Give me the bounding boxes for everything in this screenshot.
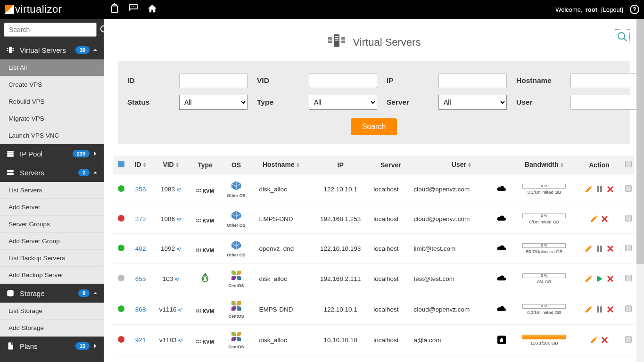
delete-icon[interactable] [606, 275, 614, 283]
sidebar-sub-list servers[interactable]: List Servers [0, 182, 104, 199]
edit-icon[interactable] [590, 336, 598, 344]
vid-value: v1116 [159, 306, 177, 313]
status-header-icon[interactable] [118, 161, 124, 169]
row-checkbox[interactable] [625, 245, 632, 251]
row-checkbox[interactable] [625, 305, 632, 312]
svg-rect-16 [335, 38, 339, 39]
row-checkbox[interactable] [625, 215, 632, 222]
sidebar-sub-list backup servers[interactable]: List Backup Servers [0, 250, 104, 267]
th-os[interactable]: OS [220, 156, 252, 174]
help-icon[interactable]: ? [630, 5, 639, 14]
play-icon[interactable] [595, 275, 603, 283]
cloud-icon [496, 185, 507, 192]
sidebar-sub-rebuild vps[interactable]: Rebuild VPS [0, 93, 104, 110]
edit-icon[interactable] [585, 245, 593, 253]
filter-input-id[interactable] [179, 73, 248, 88]
ip-cell: 122.10.10.193 [310, 234, 371, 263]
filter-select-type[interactable]: All [309, 95, 377, 110]
delete-icon[interactable] [606, 305, 614, 313]
chat-icon[interactable] [128, 3, 139, 16]
delete-icon[interactable] [606, 245, 614, 253]
magnify-icon[interactable] [615, 29, 630, 46]
id-link[interactable]: 356 [135, 186, 146, 193]
th-id[interactable]: ID [129, 156, 152, 174]
external-link-icon[interactable] [174, 277, 179, 281]
id-link[interactable]: 655 [135, 275, 146, 282]
id-link[interactable]: 372 [135, 215, 146, 222]
sidebar-sub-add server[interactable]: Add Server [0, 199, 104, 216]
edit-icon[interactable] [585, 305, 593, 313]
svg-rect-8 [7, 151, 14, 153]
th-vid[interactable]: VID [152, 156, 190, 174]
svg-rect-15 [335, 36, 339, 37]
sidebar-item-servers[interactable]: Servers 2 [0, 163, 104, 182]
search-input[interactable] [4, 23, 97, 37]
filter-input-hostname[interactable] [570, 73, 639, 88]
sidebar-item-storage[interactable]: Storage 8 [0, 284, 104, 303]
logo-icon [5, 5, 14, 14]
svg-rect-25 [600, 186, 602, 192]
pause-icon[interactable] [595, 185, 603, 193]
row-checkbox[interactable] [625, 275, 632, 281]
sidebar-sub-list all[interactable]: List All [0, 59, 104, 76]
other-os-icon [230, 239, 243, 252]
row-checkbox[interactable] [625, 185, 632, 192]
filter-label-hostname: Hostname [516, 76, 561, 85]
id-link[interactable]: 921 [135, 337, 146, 344]
delete-icon[interactable] [601, 215, 609, 223]
sidebar-item-ip pool[interactable]: IP Pool 239 [0, 144, 104, 163]
id-link[interactable]: 868 [135, 306, 146, 313]
sidebar-sub-add storage[interactable]: Add Storage [0, 320, 104, 337]
delete-icon[interactable] [606, 185, 614, 193]
username[interactable]: root [586, 6, 597, 13]
logout-link[interactable]: [Logout] [601, 6, 623, 13]
select-all-checkbox[interactable] [625, 161, 632, 167]
filter-input-user[interactable] [570, 95, 639, 110]
external-link-icon[interactable] [178, 338, 182, 343]
th-server[interactable]: Server [371, 156, 411, 174]
external-link-icon[interactable] [178, 307, 182, 312]
sidebar-sub-server groups[interactable]: Server Groups [0, 216, 104, 233]
sidebar-item-virtual servers[interactable]: Virtual Servers 38 [0, 41, 104, 59]
edit-icon[interactable] [585, 275, 593, 283]
filter-input-ip[interactable] [438, 73, 507, 88]
pause-icon[interactable] [595, 245, 603, 253]
filter-select-status[interactable]: All [179, 95, 248, 110]
pause-icon[interactable] [595, 305, 603, 313]
filter-input-vid[interactable] [309, 73, 377, 88]
sidebar-sub-launch vps vnc[interactable]: Launch VPS VNC [0, 127, 104, 144]
th-type[interactable]: Type [190, 156, 221, 174]
delete-icon[interactable] [601, 336, 609, 344]
th-user[interactable]: User [411, 156, 512, 174]
filter-select-server[interactable]: All [438, 95, 507, 110]
home-icon[interactable] [147, 3, 157, 16]
external-link-icon[interactable] [176, 217, 181, 222]
sidebar-item-plans[interactable]: Plans 15 [0, 337, 104, 355]
clipboard-icon[interactable] [109, 3, 120, 16]
bandwidth-bar [522, 335, 566, 339]
th-ip[interactable]: IP [310, 156, 371, 174]
edit-icon[interactable] [590, 215, 598, 223]
search-icon[interactable] [99, 23, 104, 37]
th-hostname[interactable]: Hostname [252, 156, 310, 174]
sidebar-sub-migrate vps[interactable]: Migrate VPS [0, 110, 104, 127]
external-link-icon[interactable] [176, 187, 181, 192]
svg-rect-3 [9, 47, 12, 53]
logo[interactable]: virtualizor [5, 3, 62, 16]
id-link[interactable]: 402 [135, 245, 146, 252]
external-link-icon[interactable] [176, 247, 181, 251]
hostname-cell: EMPS-DND [252, 294, 310, 325]
sidebar-sub-add backup server[interactable]: Add Backup Server [0, 267, 104, 284]
edit-icon[interactable] [585, 185, 593, 193]
search-button[interactable]: Search [351, 118, 397, 135]
centos-icon [230, 269, 242, 283]
row-checkbox[interactable] [625, 336, 632, 343]
scrollbar[interactable] [636, 19, 644, 362]
sidebar-sub-list storage[interactable]: List Storage [0, 303, 104, 320]
sidebar-sub-add server group[interactable]: Add Server Group [0, 233, 104, 250]
sidebar-sub-create vps[interactable]: Create VPS [0, 76, 104, 93]
th-bandwidth[interactable]: Bandwidth [512, 156, 576, 174]
openvz-icon [198, 279, 212, 286]
status-dot [118, 185, 124, 192]
svg-rect-6 [13, 48, 14, 49]
